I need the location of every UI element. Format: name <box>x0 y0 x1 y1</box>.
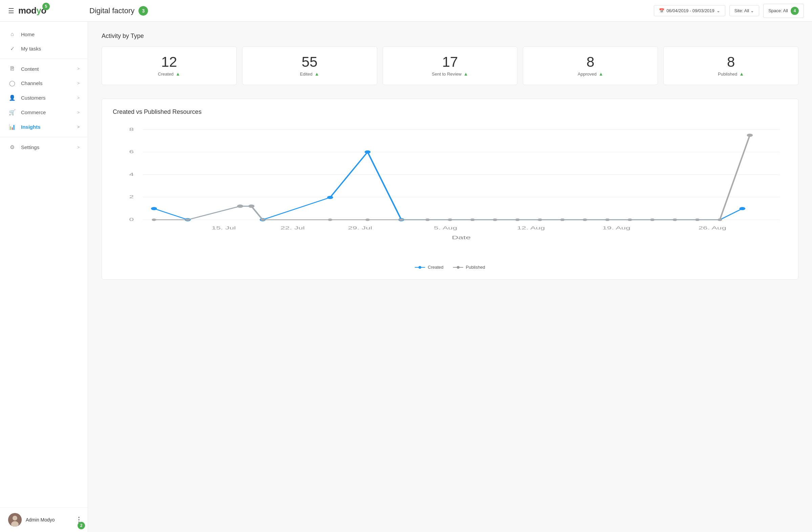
published-dot <box>538 219 542 221</box>
published-dot <box>448 219 452 221</box>
created-label-row: Created ▲ <box>158 71 180 76</box>
published-legend-label: Published <box>466 265 485 270</box>
edited-trend-icon: ▲ <box>315 71 319 76</box>
sidebar-content-label: Content <box>21 66 39 72</box>
sidebar-item-insights[interactable]: 📊 Insights > <box>0 120 88 134</box>
legend-created: Created <box>415 265 443 270</box>
logo-badge-area: modyo 5 <box>18 5 46 16</box>
sent-to-review-label-row: Sent to Review ▲ <box>432 71 468 76</box>
published-dot <box>605 219 609 221</box>
created-dot <box>327 196 333 199</box>
page-title-badge: 3 <box>139 6 148 16</box>
activity-cards: 12 Created ▲ 55 Edited ▲ 17 <box>102 46 798 85</box>
space-badge: 4 <box>791 7 799 15</box>
chart-area: 8 6 4 2 0 15. Jul 22. Jul 29. Jul <box>113 124 787 259</box>
channels-icon: ◯ <box>8 80 16 86</box>
sidebar-item-my-tasks[interactable]: ✓ My tasks <box>0 41 88 56</box>
top-header: ☰ modyo 5 Digital factory 3 📅 06/04/2019… <box>0 0 812 22</box>
published-label: Published <box>718 71 737 76</box>
content-chevron-icon: > <box>77 67 79 71</box>
sidebar-customers-label: Customers <box>21 95 46 101</box>
svg-text:15. Jul: 15. Jul <box>212 225 236 230</box>
sidebar-item-commerce[interactable]: 🛒 Commerce > <box>0 105 88 120</box>
published-legend-line <box>453 267 463 268</box>
created-dot <box>365 151 371 154</box>
published-dot <box>425 219 430 221</box>
published-line <box>154 135 750 220</box>
nav-divider-2 <box>0 137 88 137</box>
space-dropdown[interactable]: Space: All 4 <box>763 4 804 18</box>
published-dot <box>470 219 475 221</box>
home-icon: ⌂ <box>8 31 16 37</box>
edited-label: Edited <box>300 71 313 76</box>
card-approved: 8 Approved ▲ <box>523 46 658 85</box>
hamburger-icon[interactable]: ☰ <box>8 7 14 15</box>
logo-notification-badge: 5 <box>42 3 50 10</box>
svg-text:12. Aug: 12. Aug <box>517 225 545 230</box>
sidebar-item-customers[interactable]: 👤 Customers > <box>0 90 88 105</box>
logo-area: ☰ modyo 5 <box>8 5 76 16</box>
published-dot <box>237 205 243 208</box>
svg-text:8: 8 <box>129 127 134 132</box>
date-range-picker[interactable]: 📅 06/04/2019 - 09/03/2019 ⌄ <box>654 5 725 16</box>
published-label-row: Published ▲ <box>718 71 744 76</box>
svg-text:6: 6 <box>129 149 134 154</box>
published-dot <box>186 219 190 221</box>
sidebar-tasks-label: My tasks <box>21 46 41 52</box>
published-dot <box>560 219 564 221</box>
user-badge: 2 <box>77 522 85 529</box>
header-controls: 📅 06/04/2019 - 09/03/2019 ⌄ Site: All ⌄ … <box>654 4 804 18</box>
svg-text:2: 2 <box>129 194 134 199</box>
customers-icon: 👤 <box>8 95 16 101</box>
space-label: Space: All <box>768 8 788 13</box>
card-edited: 55 Edited ▲ <box>242 46 377 85</box>
user-avatar <box>8 513 22 527</box>
commerce-chevron-icon: > <box>77 110 79 115</box>
svg-text:0: 0 <box>129 217 134 222</box>
published-dot <box>493 219 497 221</box>
published-dot <box>628 219 632 221</box>
sidebar-commerce-label: Commerce <box>21 110 46 115</box>
sidebar-item-settings[interactable]: ⚙ Settings > <box>0 140 88 155</box>
site-chevron-icon: ⌄ <box>750 8 754 13</box>
channels-chevron-icon: > <box>77 81 79 86</box>
published-dot <box>746 134 753 137</box>
date-chevron-icon: ⌄ <box>716 8 720 13</box>
published-dot <box>672 219 677 221</box>
created-legend-line <box>415 267 425 268</box>
created-line <box>154 152 742 220</box>
sidebar-settings-label: Settings <box>21 144 39 150</box>
settings-icon: ⚙ <box>8 144 16 151</box>
insights-icon: 📊 <box>8 124 16 130</box>
svg-text:26. Aug: 26. Aug <box>698 225 726 230</box>
customers-chevron-icon: > <box>77 96 79 100</box>
site-dropdown[interactable]: Site: All ⌄ <box>729 5 759 16</box>
sidebar-insights-label: Insights <box>21 124 41 130</box>
approved-label-row: Approved ▲ <box>578 71 604 76</box>
published-number: 8 <box>727 55 735 69</box>
settings-chevron-icon: > <box>77 145 79 150</box>
tasks-icon: ✓ <box>8 45 16 52</box>
card-created: 12 Created ▲ <box>102 46 237 85</box>
content-icon: 🖹 <box>8 66 16 72</box>
published-dot <box>583 219 587 221</box>
published-dot <box>365 219 370 221</box>
svg-text:22. Jul: 22. Jul <box>280 225 305 230</box>
approved-number: 8 <box>586 55 594 69</box>
sidebar-item-content[interactable]: 🖹 Content > <box>0 62 88 76</box>
card-published: 8 Published ▲ <box>663 46 798 85</box>
created-dot <box>151 207 157 210</box>
sidebar-nav: ⌂ Home ✓ My tasks 🖹 Content > ◯ Channels… <box>0 22 88 507</box>
svg-text:5. Aug: 5. Aug <box>434 225 457 230</box>
sent-to-review-number: 17 <box>442 55 458 69</box>
published-dot <box>260 219 265 221</box>
sent-to-review-trend-icon: ▲ <box>464 71 468 76</box>
published-dot <box>695 219 699 221</box>
approved-label: Approved <box>578 71 597 76</box>
sidebar-item-home[interactable]: ⌂ Home <box>0 27 88 41</box>
sidebar-item-channels[interactable]: ◯ Channels > <box>0 76 88 90</box>
published-trend-icon: ▲ <box>739 71 744 76</box>
sent-to-review-label: Sent to Review <box>432 71 461 76</box>
published-dot <box>717 219 722 221</box>
created-number: 12 <box>161 55 177 69</box>
